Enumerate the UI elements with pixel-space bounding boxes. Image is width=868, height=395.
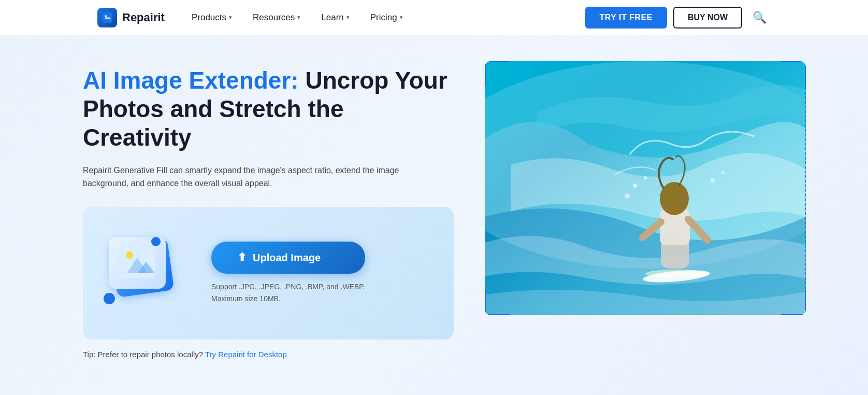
upload-box: ⬆ Upload Image Support .JPG, .JPEG, .PNG… (83, 207, 454, 340)
pricing-chevron-icon: ▾ (400, 14, 403, 21)
products-label: Products (192, 12, 226, 23)
corner-bracket-br (781, 290, 806, 315)
resources-label: Resources (253, 12, 295, 23)
headline-blue: AI Image Extender: (83, 67, 299, 94)
mountain-icon (119, 247, 155, 278)
resources-chevron-icon: ▾ (297, 14, 300, 21)
upload-hint-line1: Support .JPG, .JPEG, .PNG, .BMP, and .WE… (211, 281, 365, 292)
search-icon: 🔍 (753, 11, 766, 24)
left-panel: AI Image Extender: Uncrop YourPhotos and… (83, 66, 454, 359)
nav-resources[interactable]: Resources ▾ (242, 8, 311, 27)
learn-label: Learn (321, 12, 343, 23)
products-chevron-icon: ▾ (229, 14, 232, 21)
learn-chevron-icon: ▾ (346, 14, 350, 21)
subtitle: Repairit Generative Fill can smartly exp… (83, 164, 435, 190)
navbar: Repairit Products ▾ Resources ▾ Learn ▾ … (0, 0, 868, 35)
image-preview-container (485, 61, 806, 315)
surfer-svg (485, 61, 806, 315)
icon-corner (104, 293, 115, 304)
icon-dot (151, 237, 161, 246)
svg-point-1 (105, 15, 107, 17)
svg-point-5 (126, 251, 133, 259)
tip-static-text: Tip: Prefer to repair photos locally? (83, 350, 203, 359)
main-content: AI Image Extender: Uncrop YourPhotos and… (0, 35, 868, 395)
try-free-button[interactable]: TRY IT FREE (585, 7, 667, 29)
icon-front (109, 237, 166, 289)
tip-desktop-link[interactable]: Try Repairit for Desktop (205, 350, 287, 359)
nav-actions: TRY IT FREE BUY NOW 🔍 (585, 7, 771, 29)
dashed-bottom-border (511, 315, 780, 315)
logo-text: Repairit (122, 11, 165, 24)
upload-btn-label: Upload Image (253, 252, 321, 264)
corner-bracket-tr (781, 61, 806, 86)
dashed-right-border (805, 87, 806, 289)
logo-area[interactable]: Repairit (97, 8, 165, 27)
image-3d-icon (104, 232, 186, 315)
svg-point-16 (644, 176, 647, 179)
svg-point-18 (711, 178, 715, 182)
svg-point-15 (633, 184, 637, 188)
right-panel (485, 61, 806, 315)
nav-links: Products ▾ Resources ▾ Learn ▾ Pricing ▾ (181, 8, 581, 27)
upload-hint-line2: Maximum size 10MB. (211, 293, 365, 304)
nav-products[interactable]: Products ▾ (181, 8, 242, 27)
corner-bracket-tl (485, 61, 510, 86)
pricing-label: Pricing (370, 12, 397, 23)
svg-point-17 (625, 193, 630, 199)
upload-hint: Support .JPG, .JPEG, .PNG, .BMP, and .WE… (211, 281, 365, 304)
nav-learn[interactable]: Learn ▾ (311, 8, 359, 27)
search-button[interactable]: 🔍 (748, 9, 771, 26)
tip-text: Tip: Prefer to repair photos locally? Tr… (83, 350, 454, 359)
logo-icon (97, 8, 117, 27)
cloud-upload-icon: ⬆ (237, 251, 247, 264)
svg-point-19 (721, 171, 725, 174)
upload-icon-area (104, 232, 186, 315)
svg-point-14 (660, 182, 689, 215)
upload-right: ⬆ Upload Image Support .JPG, .JPEG, .PNG… (211, 242, 365, 304)
nav-pricing[interactable]: Pricing ▾ (360, 8, 413, 27)
upload-image-button[interactable]: ⬆ Upload Image (211, 242, 365, 274)
buy-now-button[interactable]: BUY NOW (673, 7, 742, 29)
surfer-image (485, 61, 806, 315)
headline: AI Image Extender: Uncrop YourPhotos and… (83, 66, 454, 152)
corner-bracket-bl (485, 290, 510, 315)
